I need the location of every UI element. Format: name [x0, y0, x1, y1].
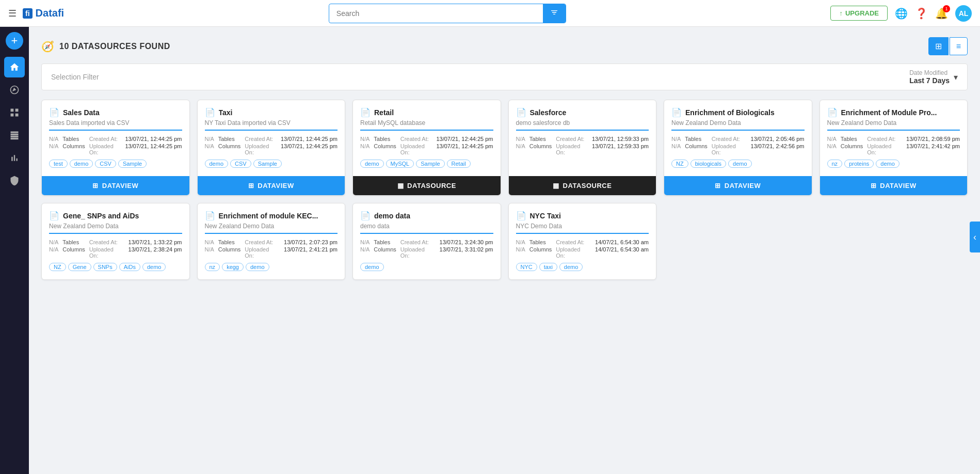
- doc-icon: 📄: [360, 107, 371, 117]
- tables-label: N/A: [49, 239, 58, 245]
- tag[interactable]: Retail: [447, 160, 471, 168]
- tables-label: N/A: [205, 136, 214, 142]
- pull-tab[interactable]: ‹: [970, 222, 980, 252]
- card-title-row: 📄 Gene_ SNPs and AiDs: [49, 211, 182, 220]
- tag[interactable]: demo: [728, 160, 752, 168]
- help-icon[interactable]: ❓: [915, 7, 928, 20]
- card-body: 📄 Salesforce demo salesforce db N/A Tabl…: [509, 100, 656, 176]
- globe-icon[interactable]: 🌐: [895, 7, 908, 20]
- tag[interactable]: nz: [205, 263, 220, 271]
- tag[interactable]: Sample: [253, 160, 282, 168]
- tag[interactable]: CSV: [95, 160, 116, 168]
- date-filter-label: Date Modified: [909, 69, 950, 76]
- search-filter-button[interactable]: [543, 4, 566, 23]
- tag[interactable]: Gene: [68, 263, 91, 271]
- card-subtitle: New Zealand Demo Data: [827, 119, 960, 131]
- uploaded-label: Uploaded On:: [712, 143, 747, 155]
- sidebar-add-button[interactable]: +: [6, 32, 23, 50]
- sidebar-item-shield[interactable]: [4, 170, 25, 191]
- tables-label-text: Tables: [685, 136, 707, 142]
- main-content: 🧭 10 DATASOURCES FOUND ⊞ ≡ Selection Fil…: [29, 27, 980, 474]
- tag[interactable]: demo: [559, 263, 583, 271]
- created-value: 13/07/21, 2:05:46 pm: [751, 136, 805, 142]
- tag[interactable]: demo: [360, 160, 384, 168]
- sidebar-item-home[interactable]: [4, 57, 25, 77]
- sidebar-item-table[interactable]: [4, 125, 25, 146]
- tag[interactable]: demo: [70, 160, 93, 168]
- list-view-button[interactable]: ≡: [950, 37, 968, 55]
- tag[interactable]: demo: [205, 160, 229, 168]
- tag[interactable]: kegg: [222, 263, 244, 271]
- tag[interactable]: demo: [876, 160, 899, 168]
- uploaded-value: 13/07/21, 2:42:56 pm: [751, 143, 805, 155]
- card-title: Retail: [374, 108, 394, 117]
- tag[interactable]: proteins: [844, 160, 874, 168]
- card-tags: demoMySQLSampleRetail: [360, 160, 493, 168]
- card-meta: N/A Tables Created At: 14/07/21, 6:54:30…: [516, 239, 649, 259]
- tag[interactable]: taxi: [539, 263, 557, 271]
- datasource-button[interactable]: ▦ DATASOURCE: [509, 176, 656, 195]
- uploaded-label: Uploaded On:: [556, 246, 591, 259]
- card-title-row: 📄 demo data: [360, 211, 493, 220]
- uploaded-label: Uploaded On:: [400, 143, 432, 155]
- tables-label-text: Tables: [62, 239, 85, 245]
- tables-label: N/A: [360, 136, 369, 142]
- card-subtitle: New Zealand Demo Data: [205, 223, 338, 234]
- created-label: Created At:: [89, 239, 124, 245]
- sidebar-item-compass[interactable]: [4, 80, 25, 100]
- card-body: 📄 Enrichment of Biologicals New Zealand …: [664, 100, 812, 176]
- card-body: 📄 NYC Taxi NYC Demo Data N/A Tables Crea…: [509, 203, 656, 279]
- tag[interactable]: MySQL: [386, 160, 414, 168]
- dataview-button[interactable]: ⊞ DATAVIEW: [42, 176, 189, 195]
- notification-wrapper[interactable]: 🔔 1: [935, 7, 948, 20]
- tag[interactable]: NYC: [516, 263, 537, 271]
- upgrade-button[interactable]: ↑ UPGRADE: [830, 6, 888, 21]
- tag[interactable]: test: [49, 160, 68, 168]
- tag[interactable]: demo: [360, 263, 384, 271]
- search-input[interactable]: [329, 5, 543, 22]
- tag[interactable]: demo: [142, 263, 166, 271]
- tag[interactable]: biologicals: [690, 160, 726, 168]
- dataview-icon: ⊞: [871, 182, 877, 189]
- selection-filter[interactable]: Selection Filter: [51, 73, 99, 81]
- tag[interactable]: AiDs: [119, 263, 140, 271]
- tag[interactable]: CSV: [230, 160, 251, 168]
- columns-label-text: Columns: [374, 246, 396, 259]
- uploaded-value: 13/07/21, 12:59:33 pm: [592, 143, 649, 155]
- hamburger-icon[interactable]: ☰: [8, 8, 17, 19]
- tag[interactable]: NZ: [49, 263, 66, 271]
- tables-label-text: Tables: [529, 239, 552, 245]
- created-label: Created At:: [712, 136, 747, 142]
- columns-label-text: Columns: [62, 143, 85, 155]
- created-label: Created At:: [400, 239, 436, 245]
- search-container: [64, 4, 830, 23]
- tag[interactable]: Sample: [118, 160, 147, 168]
- tag[interactable]: NZ: [671, 160, 688, 168]
- sidebar-item-chart[interactable]: [4, 148, 25, 168]
- card-title-row: 📄 Enrichment of Module Pro...: [827, 107, 960, 117]
- datasource-button[interactable]: ▦ DATASOURCE: [353, 176, 501, 195]
- created-label: Created At:: [245, 136, 277, 142]
- columns-label: N/A: [516, 246, 525, 259]
- card-meta: N/A Tables Created At: 13/07/21, 3:24:30…: [360, 239, 493, 259]
- sidebar-item-grid[interactable]: [4, 102, 25, 123]
- tag[interactable]: demo: [246, 263, 269, 271]
- created-label: Created At:: [556, 136, 588, 142]
- tag[interactable]: Sample: [416, 160, 444, 168]
- card-body: 📄 demo data demo data N/A Tables Created…: [353, 203, 501, 279]
- tables-label-text: Tables: [374, 136, 396, 142]
- tag[interactable]: SNPs: [93, 263, 117, 271]
- card-meta: N/A Tables Created At: 13/07/21, 12:44:2…: [360, 136, 493, 155]
- grid-view-button[interactable]: ⊞: [928, 37, 949, 55]
- card-tags: NYCtaxidemo: [516, 263, 649, 271]
- date-filter-text: Date Modified Last 7 Days: [909, 69, 950, 85]
- dataview-button[interactable]: ⊞ DATAVIEW: [820, 176, 968, 195]
- card-title: NYC Taxi: [530, 212, 561, 220]
- date-filter-dropdown[interactable]: ▾: [954, 72, 958, 82]
- dataview-button[interactable]: ⊞ DATAVIEW: [664, 176, 812, 195]
- tag[interactable]: nz: [827, 160, 843, 168]
- dataview-button[interactable]: ⊞ DATAVIEW: [198, 176, 345, 195]
- card-title-row: 📄 NYC Taxi: [516, 211, 649, 220]
- avatar[interactable]: AL: [955, 5, 972, 22]
- card-body: 📄 Sales Data Sales Data imported via CSV…: [42, 100, 189, 176]
